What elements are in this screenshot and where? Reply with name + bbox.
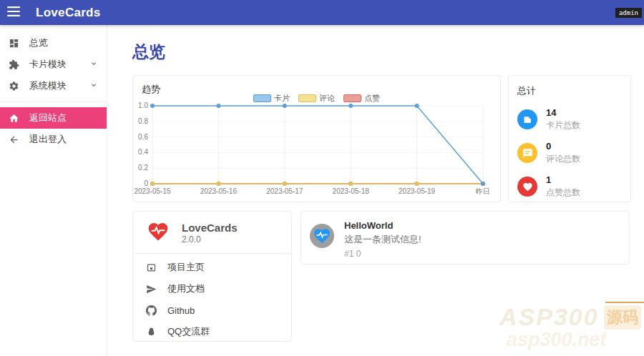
chevron-down-icon	[89, 59, 98, 70]
app-title: LoveCards	[36, 6, 101, 20]
menu-toggle-button[interactable]	[0, 6, 27, 19]
heart-icon	[517, 177, 537, 197]
comment-icon	[517, 143, 537, 163]
svg-text:0.4: 0.4	[138, 148, 148, 156]
about-links: 项目主页 使用文档 Github	[133, 254, 291, 345]
svg-text:0: 0	[144, 179, 148, 187]
message-card: HelloWorld 这是一条测试信息! #1 0	[301, 211, 630, 264]
link-project-home[interactable]: 项目主页	[133, 257, 291, 278]
lovecards-logo-icon	[146, 220, 170, 246]
sidebar-item-back-to-site[interactable]: 返回站点	[0, 107, 107, 129]
svg-text:0.2: 0.2	[138, 164, 148, 172]
sidebar-item-system-module[interactable]: 系统模块	[0, 75, 107, 97]
stat-row-likes: 1 点赞总数	[517, 174, 622, 199]
github-icon	[145, 305, 157, 316]
stat-label: 评论总数	[546, 153, 580, 165]
main-content: 总览 趋势 卡片评论点赞 00.20.40.60.81.02023-05-152…	[107, 25, 644, 356]
sidebar-item-label: 系统模块	[29, 79, 89, 92]
note-icon	[517, 109, 537, 129]
stat-value: 1	[546, 174, 580, 185]
svg-text:0.6: 0.6	[138, 133, 148, 141]
svg-text:2023-05-16: 2023-05-16	[200, 187, 238, 195]
sidebar: 总览 卡片模块 系统模块 返回站点	[0, 25, 107, 356]
svg-text:2023-05-17: 2023-05-17	[266, 187, 303, 195]
svg-text:0.8: 0.8	[138, 117, 148, 125]
about-version: 2.0.0	[182, 234, 238, 244]
home-icon	[7, 112, 20, 124]
chevron-down-icon	[89, 81, 98, 92]
hamburger-icon	[7, 6, 20, 19]
link-qq-group[interactable]: QQ交流群	[133, 321, 291, 342]
link-label: 项目主页	[167, 261, 205, 274]
sidebar-item-label: 返回站点	[29, 112, 98, 124]
link-label: QQ交流群	[167, 325, 210, 338]
arrow-left-icon	[7, 133, 20, 146]
message-author: HelloWorld	[344, 220, 421, 231]
sidebar-item-card-module[interactable]: 卡片模块	[0, 54, 107, 75]
avatar	[310, 224, 334, 248]
stat-label: 点赞总数	[546, 187, 580, 199]
stat-label: 卡片总数	[546, 119, 580, 132]
stat-row-cards: 14 卡片总数	[517, 107, 622, 132]
totals-card-title: 总计	[517, 84, 622, 97]
svg-text:2023-05-15: 2023-05-15	[134, 187, 171, 195]
about-card: LoveCards 2.0.0 项目主页 使用文档	[132, 211, 292, 342]
sidebar-item-label: 总览	[29, 36, 98, 49]
stats-list: 14 卡片总数 0 评论总数	[517, 107, 622, 199]
svg-text:2023-05-19: 2023-05-19	[399, 187, 436, 195]
svg-text:1.0: 1.0	[138, 102, 148, 109]
puzzle-icon	[7, 58, 20, 71]
link-docs[interactable]: 使用文档	[133, 278, 291, 300]
sidebar-divider	[0, 102, 107, 102]
app-root: LoveCards admin 总览 卡片模块 系统模块	[0, 0, 644, 356]
dashboard-icon	[7, 36, 20, 49]
link-github[interactable]: Github	[133, 300, 291, 321]
stat-value: 14	[546, 107, 580, 118]
link-label: 使用文档	[167, 282, 205, 295]
qq-icon	[145, 327, 157, 337]
sidebar-item-label: 退出登入	[29, 133, 98, 146]
gear-icon	[7, 79, 20, 92]
trend-card: 趋势 卡片评论点赞 00.20.40.60.81.02023-05-152023…	[132, 75, 501, 202]
link-label: Github	[167, 305, 195, 316]
about-header: LoveCards 2.0.0	[133, 212, 291, 254]
page-title: 总览	[132, 41, 165, 63]
send-icon	[145, 284, 157, 295]
stat-row-comments: 0 评论总数	[517, 141, 622, 165]
user-badge[interactable]: admin	[615, 8, 642, 18]
svg-text:昨日: 昨日	[476, 187, 490, 195]
trend-chart-svg: 00.20.40.60.81.02023-05-152023-05-162023…	[135, 102, 496, 200]
totals-card: 总计 14 卡片总数 0 评论	[508, 75, 631, 202]
svg-text:2023-05-18: 2023-05-18	[333, 187, 370, 195]
message-content: 这是一条测试信息!	[344, 233, 421, 246]
homepage-icon	[145, 262, 157, 273]
sidebar-item-logout[interactable]: 退出登入	[0, 129, 107, 150]
sidebar-item-overview[interactable]: 总览	[0, 32, 107, 54]
message-meta: #1 0	[344, 249, 421, 259]
stat-value: 0	[546, 141, 580, 152]
top-navbar: LoveCards admin	[0, 0, 644, 25]
about-app-name: LoveCards	[182, 222, 238, 234]
sidebar-item-label: 卡片模块	[29, 58, 89, 71]
